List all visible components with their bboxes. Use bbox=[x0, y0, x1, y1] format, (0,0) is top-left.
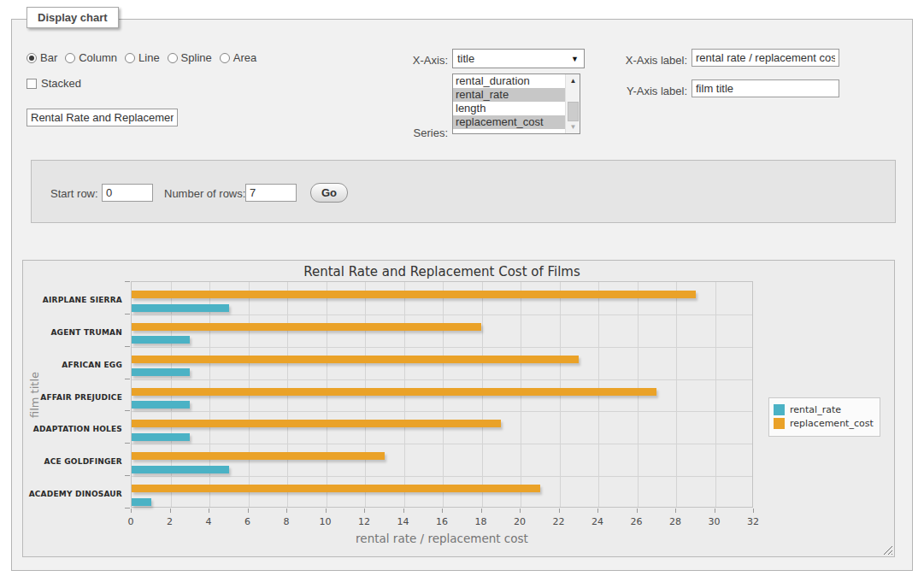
bar-replacement_cost bbox=[132, 388, 656, 396]
series-label: Series: bbox=[354, 126, 448, 139]
chart-type-label: Line bbox=[138, 51, 160, 64]
chart-type-radio-group: BarColumnLineSplineArea bbox=[26, 51, 264, 64]
x-tick-label: 26 bbox=[624, 516, 650, 527]
tick-mark bbox=[520, 509, 521, 513]
tick-mark bbox=[209, 509, 209, 513]
bar-replacement_cost bbox=[132, 420, 501, 427]
chart-type-label: Column bbox=[79, 51, 117, 64]
chart-type-label: Area bbox=[233, 51, 256, 64]
bar-rental_rate bbox=[132, 498, 151, 506]
chart-legend: rental_ratereplacement_cost bbox=[768, 397, 880, 437]
radio-icon[interactable] bbox=[125, 53, 135, 63]
tick-mark bbox=[675, 509, 676, 513]
start-row-input[interactable] bbox=[102, 184, 153, 202]
legend-item-replacement_cost: replacement_cost bbox=[774, 418, 874, 429]
tick-mark bbox=[326, 509, 327, 513]
series-listbox[interactable]: rental_durationrental_ratelengthreplacem… bbox=[452, 73, 580, 134]
bar-replacement_cost bbox=[132, 291, 696, 298]
gridline bbox=[132, 315, 752, 315]
bar-rental_rate bbox=[132, 336, 190, 344]
series-option-length[interactable]: length bbox=[453, 102, 580, 115]
x-tick-label: 22 bbox=[546, 516, 572, 527]
x-tick-label: 10 bbox=[313, 516, 338, 527]
bar-replacement_cost bbox=[132, 323, 481, 331]
scrollbar-thumb[interactable] bbox=[568, 102, 579, 121]
x-tick-label: 32 bbox=[740, 516, 766, 527]
tick-mark bbox=[248, 509, 249, 513]
x-tick-label: 4 bbox=[196, 516, 221, 527]
chart-type-area[interactable]: Area bbox=[220, 51, 256, 64]
chart-type-line[interactable]: Line bbox=[125, 51, 160, 64]
tick-mark bbox=[286, 509, 287, 513]
x-axis-label-input[interactable] bbox=[692, 49, 839, 67]
tick-mark bbox=[125, 346, 130, 347]
chart-type-label: Spline bbox=[181, 51, 212, 64]
tick-mark bbox=[753, 509, 754, 513]
x-axis-select-value: title bbox=[457, 52, 474, 65]
x-tick-label: 20 bbox=[507, 516, 533, 527]
category-label: ACE GOLDFINGER bbox=[23, 457, 122, 466]
tick-mark bbox=[403, 509, 404, 513]
tick-mark bbox=[125, 508, 130, 509]
start-row-label: Start row: bbox=[50, 187, 98, 200]
gridline bbox=[132, 347, 752, 348]
tick-mark bbox=[715, 509, 715, 513]
bar-replacement_cost bbox=[132, 485, 540, 492]
x-tick-label: 28 bbox=[662, 516, 688, 527]
number-of-rows-label: Number of rows: bbox=[164, 187, 245, 200]
tick-mark bbox=[597, 509, 598, 513]
gridline bbox=[132, 444, 752, 444]
chart-type-column[interactable]: Column bbox=[65, 51, 117, 64]
series-option-rental_rate[interactable]: rental_rate bbox=[453, 88, 580, 102]
chart-title-input[interactable] bbox=[26, 109, 178, 126]
category-label: AGENT TRUMAN bbox=[23, 328, 122, 337]
stacked-checkbox[interactable] bbox=[26, 79, 37, 89]
series-options: rental_durationrental_ratelengthreplacem… bbox=[453, 74, 580, 129]
go-button[interactable]: Go bbox=[310, 183, 348, 203]
tick-mark bbox=[131, 509, 132, 513]
chart-type-bar[interactable]: Bar bbox=[26, 51, 57, 64]
category-label: AFFAIR PREJUDICE bbox=[23, 393, 122, 402]
tick-mark bbox=[125, 410, 130, 411]
tick-mark bbox=[481, 509, 482, 513]
stacked-row: Stacked bbox=[26, 77, 81, 90]
series-option-rental_duration[interactable]: rental_duration bbox=[453, 74, 580, 88]
x-tick-label: 30 bbox=[702, 516, 727, 527]
radio-icon[interactable] bbox=[26, 53, 37, 63]
chart-area: Rental Rate and Replacement Cost of Film… bbox=[22, 260, 895, 557]
gridline bbox=[132, 411, 752, 412]
x-tick-label: 16 bbox=[429, 516, 455, 527]
tick-mark bbox=[170, 509, 171, 513]
listbox-scrollbar[interactable]: ▲ ▼ bbox=[565, 74, 580, 133]
resize-handle-icon[interactable] bbox=[882, 544, 892, 555]
display-chart-fieldset: Display chart BarColumnLineSplineArea St… bbox=[11, 19, 913, 571]
y-axis-label-input[interactable] bbox=[692, 79, 839, 97]
bar-rental_rate bbox=[132, 304, 229, 312]
y-axis-label-field-label: Y-Axis label: bbox=[573, 85, 687, 97]
category-label: ADAPTATION HOLES bbox=[23, 425, 122, 433]
gridline bbox=[715, 282, 716, 507]
chart-type-spline[interactable]: Spline bbox=[168, 51, 212, 64]
x-axis-select[interactable]: title ▼ bbox=[452, 49, 585, 68]
fieldset-legend: Display chart bbox=[26, 7, 119, 28]
series-option-replacement_cost[interactable]: replacement_cost bbox=[453, 115, 580, 129]
tick-mark bbox=[125, 475, 130, 476]
x-tick-label: 0 bbox=[118, 516, 144, 527]
scroll-down-icon[interactable]: ▼ bbox=[566, 121, 580, 133]
plot-grid bbox=[131, 281, 753, 508]
legend-swatch-icon bbox=[774, 418, 785, 429]
legend-item-rental_rate: rental_rate bbox=[774, 404, 874, 415]
bar-replacement_cost bbox=[132, 452, 385, 460]
number-of-rows-input[interactable] bbox=[245, 184, 297, 202]
tick-mark bbox=[442, 509, 443, 513]
legend-label: rental_rate bbox=[790, 404, 841, 415]
radio-icon[interactable] bbox=[220, 53, 230, 63]
x-tick-label: 8 bbox=[274, 516, 299, 527]
x-axis-select-label: X-Axis: bbox=[354, 54, 448, 67]
category-label: AIRPLANE SIERRA bbox=[23, 296, 122, 304]
tick-mark bbox=[125, 314, 130, 315]
x-tick-label: 24 bbox=[585, 516, 610, 527]
radio-icon[interactable] bbox=[168, 53, 178, 63]
tick-mark bbox=[125, 379, 130, 379]
radio-icon[interactable] bbox=[65, 53, 75, 63]
